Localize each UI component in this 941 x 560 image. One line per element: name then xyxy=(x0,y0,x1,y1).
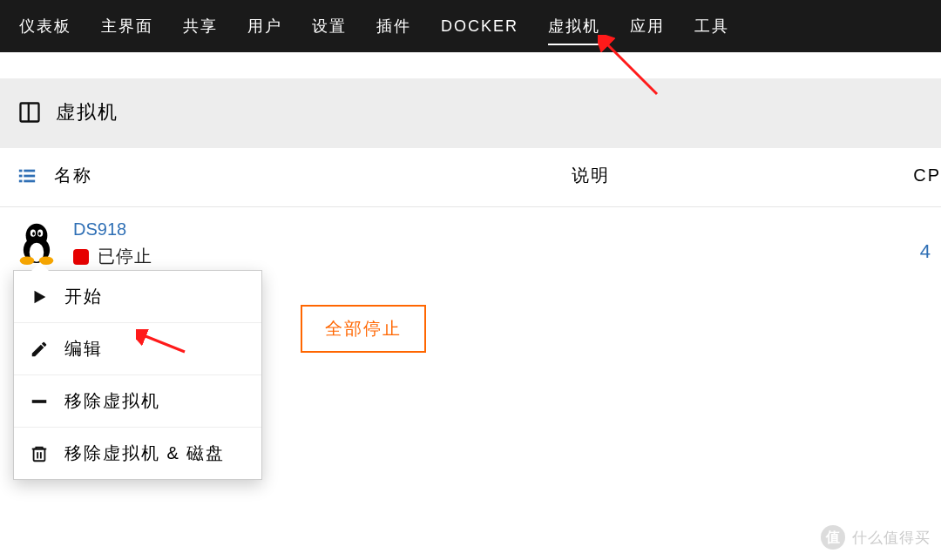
section-header: 虚拟机 xyxy=(0,78,941,148)
trash-icon xyxy=(30,444,49,463)
list-icon[interactable] xyxy=(17,166,37,186)
vm-cpu-count: 4 xyxy=(920,240,931,263)
svg-rect-7 xyxy=(24,179,35,182)
column-cpu: CP xyxy=(913,165,941,186)
section-title: 虚拟机 xyxy=(56,99,118,125)
minus-icon xyxy=(30,392,49,411)
pencil-icon xyxy=(30,340,49,359)
menu-remove-vm-disk[interactable]: 移除虚拟机 & 磁盘 xyxy=(14,428,261,479)
vm-status-row: 已停止 xyxy=(73,245,152,268)
svg-rect-18 xyxy=(34,449,45,461)
top-nav: 仪表板 主界面 共享 用户 设置 插件 DOCKER 虚拟机 应用 工具 xyxy=(0,0,941,52)
nav-main[interactable]: 主界面 xyxy=(89,0,166,52)
table-header: 名称 说明 CP xyxy=(0,148,941,207)
vm-name-link[interactable]: DS918 xyxy=(73,219,152,240)
nav-dashboard[interactable]: 仪表板 xyxy=(7,0,84,52)
menu-remove-vm[interactable]: 移除虚拟机 xyxy=(14,375,261,428)
menu-start[interactable]: 开始 xyxy=(14,271,261,323)
nav-plugins[interactable]: 插件 xyxy=(364,0,423,52)
column-name: 名称 xyxy=(54,164,92,187)
menu-edit[interactable]: 编辑 xyxy=(14,323,261,375)
column-desc: 说明 xyxy=(572,164,610,187)
menu-remove-vm-label: 移除虚拟机 xyxy=(64,389,160,413)
menu-remove-vm-disk-label: 移除虚拟机 & 磁盘 xyxy=(64,442,225,465)
vm-status-text: 已停止 xyxy=(98,245,152,268)
menu-edit-label: 编辑 xyxy=(64,337,103,361)
svg-point-14 xyxy=(38,232,41,235)
watermark-badge: 值 xyxy=(821,525,845,550)
nav-docker[interactable]: DOCKER xyxy=(429,2,531,51)
nav-share[interactable]: 共享 xyxy=(171,0,230,52)
play-icon xyxy=(30,287,49,307)
svg-rect-2 xyxy=(19,169,23,172)
nav-users[interactable]: 用户 xyxy=(235,0,294,52)
svg-rect-4 xyxy=(19,174,23,177)
menu-start-label: 开始 xyxy=(64,285,103,308)
nav-vm[interactable]: 虚拟机 xyxy=(536,0,613,52)
svg-rect-5 xyxy=(24,174,35,177)
svg-rect-3 xyxy=(24,169,35,172)
svg-point-13 xyxy=(32,232,35,235)
svg-rect-17 xyxy=(32,400,47,403)
watermark: 值 什么值得买 xyxy=(821,525,931,550)
tux-icon xyxy=(17,221,56,267)
status-indicator-stopped xyxy=(73,249,89,265)
vm-panel-icon xyxy=(17,100,42,125)
vm-context-menu: 开始 编辑 移除虚拟机 移除虚拟机 & 磁盘 xyxy=(13,270,262,480)
nav-settings[interactable]: 设置 xyxy=(300,0,359,52)
vm-info: DS918 已停止 xyxy=(73,219,152,268)
stop-all-button[interactable]: 全部停止 xyxy=(301,305,426,353)
svg-rect-6 xyxy=(19,179,23,182)
nav-apps[interactable]: 应用 xyxy=(618,0,677,52)
watermark-text: 什么值得买 xyxy=(852,528,931,548)
nav-tools[interactable]: 工具 xyxy=(682,0,741,52)
